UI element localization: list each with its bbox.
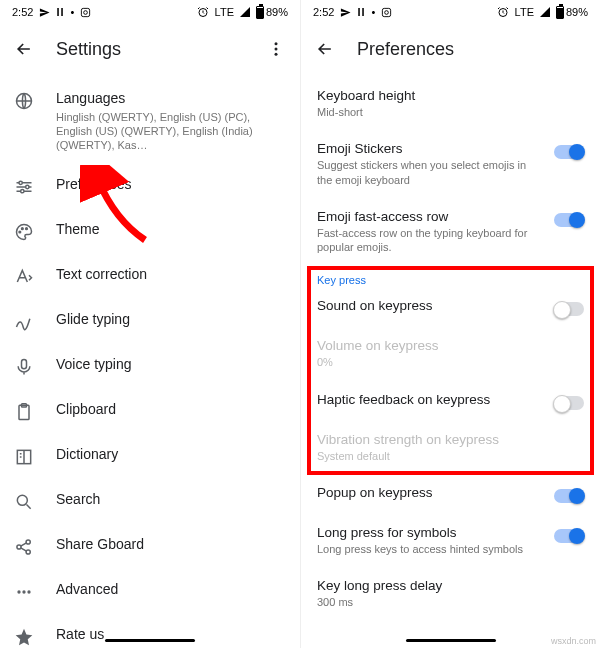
clipboard-icon [14, 402, 34, 422]
globe-icon [14, 91, 34, 111]
pref-label: Key long press delay [317, 578, 584, 593]
pref-label: Long press for symbols [317, 525, 544, 540]
nav-pill[interactable] [105, 639, 195, 642]
toggle[interactable] [554, 529, 584, 543]
back-icon[interactable] [315, 39, 335, 59]
pref-label: Emoji fast-access row [317, 209, 544, 224]
pref-sub: Suggest stickers when you select emojis … [317, 158, 544, 187]
pref-row-emoji-fast-access[interactable]: Emoji fast-access rowFast-access row on … [301, 199, 600, 267]
battery-icon [256, 6, 264, 19]
svg-point-25 [385, 10, 389, 14]
pref-label: Sound on keypress [317, 298, 544, 313]
signal-icon [540, 7, 550, 17]
more-icon[interactable] [266, 39, 286, 59]
settings-row-advanced[interactable]: Advanced [0, 569, 300, 614]
pref-row-sound[interactable]: Sound on keypress [301, 288, 600, 328]
left-phone: 2:52 II • LTE 89% Settings LanguagesHi [0, 0, 300, 648]
row-label: Search [56, 491, 286, 509]
pref-label: Keyboard height [317, 88, 584, 103]
row-label: Voice typing [56, 356, 286, 374]
settings-row-text-correction[interactable]: Text correction [0, 254, 300, 299]
settings-row-clipboard[interactable]: Clipboard [0, 389, 300, 434]
svg-point-10 [19, 232, 21, 234]
svg-point-12 [26, 228, 28, 230]
row-label: Clipboard [56, 401, 286, 419]
pref-row-vibration: Vibration strength on keypressSystem def… [301, 422, 600, 475]
status-battery: 89% [566, 6, 588, 18]
pref-row-longpress-delay[interactable]: Key long press delay300 ms [301, 568, 600, 621]
back-icon[interactable] [14, 39, 34, 59]
svg-point-8 [26, 186, 29, 189]
pref-row-haptic[interactable]: Haptic feedback on keypress [301, 382, 600, 422]
settings-list: LanguagesHinglish (QWERTY), English (US)… [0, 74, 300, 648]
svg-rect-0 [82, 8, 90, 16]
toggle[interactable] [554, 489, 584, 503]
settings-row-theme[interactable]: Theme [0, 209, 300, 254]
toggle[interactable] [554, 213, 584, 227]
toggle[interactable] [554, 145, 584, 159]
pref-row-popup[interactable]: Popup on keypress [301, 475, 600, 515]
settings-row-voice[interactable]: Voice typing [0, 344, 300, 389]
settings-row-search[interactable]: Search [0, 479, 300, 524]
svg-point-21 [17, 591, 20, 594]
svg-point-5 [275, 53, 278, 56]
settings-row-preferences[interactable]: Preferences [0, 164, 300, 209]
settings-row-languages[interactable]: LanguagesHinglish (QWERTY), English (US)… [0, 78, 300, 164]
share-icon [14, 537, 34, 557]
app-header: Settings [0, 24, 300, 74]
right-phone: 2:52 II • LTE 89% Preferences Keyboard h… [300, 0, 600, 648]
pref-label: Emoji Stickers [317, 141, 544, 156]
svg-point-17 [17, 496, 27, 506]
nav-pill[interactable] [406, 639, 496, 642]
dot-icon: • [71, 6, 75, 18]
status-bar: 2:52 II • LTE 89% [0, 0, 300, 24]
pref-row-keyboard-height[interactable]: Keyboard heightMid-short [301, 78, 600, 131]
svg-point-3 [275, 42, 278, 45]
settings-row-share[interactable]: Share Gboard [0, 524, 300, 569]
gesture-icon [14, 312, 34, 332]
svg-point-22 [22, 591, 25, 594]
row-label: Share Gboard [56, 536, 286, 554]
pref-sub: 0% [317, 355, 584, 369]
pref-row-longpress-symbols[interactable]: Long press for symbolsLong press keys to… [301, 515, 600, 568]
pref-row-emoji-stickers[interactable]: Emoji StickersSuggest stickers when you … [301, 131, 600, 199]
watermark: wsxdn.com [551, 636, 596, 646]
row-label: Preferences [56, 176, 286, 194]
search-icon [14, 492, 34, 512]
sliders-icon [14, 177, 34, 197]
svg-point-1 [84, 10, 88, 14]
send-icon [340, 7, 351, 18]
row-sub: Hinglish (QWERTY), English (US) (PC), En… [56, 110, 286, 153]
row-label: Advanced [56, 581, 286, 599]
page-title: Settings [56, 39, 244, 60]
pref-sub: 300 ms [317, 595, 584, 609]
status-network: LTE [515, 6, 534, 18]
pref-label: Vibration strength on keypress [317, 432, 584, 447]
svg-point-7 [19, 182, 22, 185]
status-bar: 2:52 II • LTE 89% [301, 0, 600, 24]
pref-sub: Mid-short [317, 105, 584, 119]
pref-row-volume: Volume on keypress0% [301, 328, 600, 381]
camera-icon [381, 7, 392, 18]
pref-label: Haptic feedback on keypress [317, 392, 544, 407]
camera-icon [80, 7, 91, 18]
toggle[interactable] [554, 302, 584, 316]
svg-rect-13 [22, 360, 27, 369]
alarm-icon [197, 6, 209, 18]
star-icon [14, 627, 34, 647]
status-time: 2:52 [313, 6, 334, 18]
settings-row-glide[interactable]: Glide typing [0, 299, 300, 344]
alarm-icon [497, 6, 509, 18]
pref-sub: Fast-access row on the typing keyboard f… [317, 226, 544, 255]
page-title: Preferences [357, 39, 586, 60]
settings-row-rate[interactable]: Rate us [0, 614, 300, 648]
toggle[interactable] [554, 396, 584, 410]
send-icon [39, 7, 50, 18]
settings-row-dictionary[interactable]: Dictionary [0, 434, 300, 479]
mic-icon [14, 357, 34, 377]
svg-point-11 [22, 228, 24, 230]
row-label: Text correction [56, 266, 286, 284]
preferences-list: Keyboard heightMid-short Emoji StickersS… [301, 74, 600, 648]
row-label: Theme [56, 221, 286, 239]
section-keypress: Key press [301, 266, 600, 288]
